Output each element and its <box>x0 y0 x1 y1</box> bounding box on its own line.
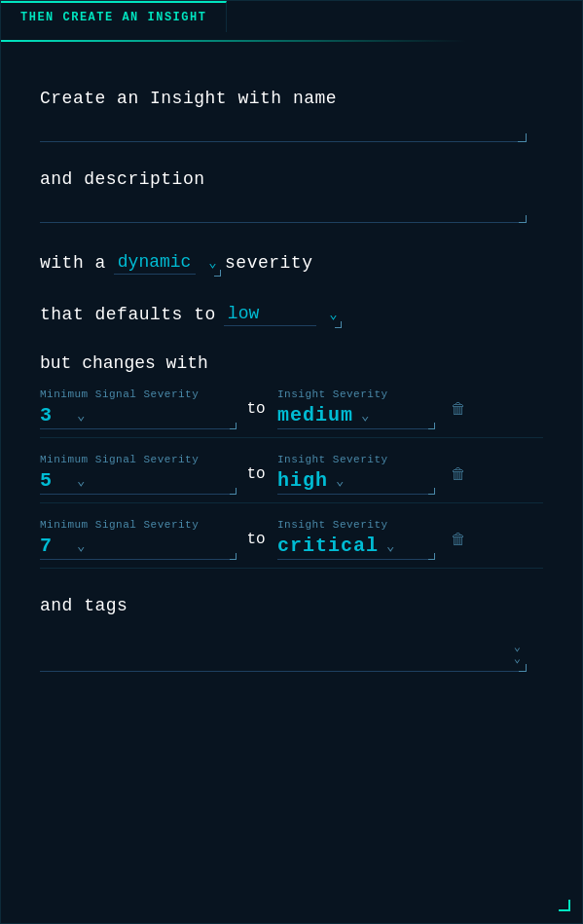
delete-row-1[interactable]: 🗑 <box>451 400 466 419</box>
severity-type-row: with a dynamic static ⌄ severity <box>40 250 543 275</box>
delete-row-2[interactable]: 🗑 <box>451 465 466 484</box>
name-input-wrapper <box>40 116 527 142</box>
insight-chevron-3[interactable]: ⌄ <box>386 537 394 554</box>
main-panel: THEN CREATE AN INSIGHT Create an Insight… <box>0 0 583 924</box>
min-signal-value-2: 5 <box>40 469 69 492</box>
name-input[interactable] <box>40 116 527 142</box>
defaults-section: that defaults to low medium high critica… <box>40 302 543 326</box>
min-signal-label-2: Minimum Signal Severity <box>40 454 235 465</box>
changes-label: but changes with <box>40 353 543 373</box>
insight-label-2: Insight Severity <box>277 454 433 465</box>
to-text-1: to <box>244 400 268 418</box>
tab-label: THEN CREATE AN INSIGHT <box>20 11 206 24</box>
min-signal-col-1: Minimum Signal Severity 3 ⌄ <box>40 388 235 429</box>
min-signal-value-wrapper-3: 7 ⌄ <box>40 535 235 560</box>
severity-row: Minimum Signal Severity 3 ⌄ to Insight S… <box>40 388 543 438</box>
min-signal-value-wrapper-2: 5 ⌄ <box>40 469 235 495</box>
tags-expand-icon[interactable]: ⌄⌄ <box>514 642 521 665</box>
min-signal-col-3: Minimum Signal Severity 7 ⌄ <box>40 519 235 560</box>
insight-value-1: medium <box>277 404 353 426</box>
description-input[interactable] <box>40 197 527 223</box>
to-text-2: to <box>244 465 268 483</box>
min-signal-chevron-3[interactable]: ⌄ <box>77 537 85 554</box>
severity-rows-container: Minimum Signal Severity 3 ⌄ to Insight S… <box>40 388 543 569</box>
min-signal-label-1: Minimum Signal Severity <box>40 388 235 400</box>
min-signal-col-2: Minimum Signal Severity 5 ⌄ <box>40 454 235 495</box>
defaults-dropdown-wrapper: low medium high critical ⌄ <box>224 302 338 326</box>
severity-row: Minimum Signal Severity 7 ⌄ to Insight S… <box>40 519 543 569</box>
severity-row: Minimum Signal Severity 5 ⌄ to Insight S… <box>40 454 543 503</box>
defaults-row: that defaults to low medium high critica… <box>40 302 543 326</box>
insight-value-wrapper-1: medium ⌄ <box>277 404 433 429</box>
min-signal-value-1: 3 <box>40 404 69 426</box>
min-signal-value-3: 7 <box>40 535 69 557</box>
insight-chevron-2[interactable]: ⌄ <box>336 472 344 489</box>
insight-label-3: Insight Severity <box>277 519 433 531</box>
description-section: and description <box>40 169 543 223</box>
insight-value-2: high <box>277 469 328 492</box>
insight-label-1: Insight Severity <box>277 388 433 400</box>
bottom-corner-decoration <box>559 900 570 911</box>
min-signal-value-wrapper-1: 3 ⌄ <box>40 404 235 429</box>
tab-header: THEN CREATE AN INSIGHT <box>1 1 227 32</box>
description-label: and description <box>40 169 543 189</box>
insight-col-2: Insight Severity high ⌄ <box>277 454 433 495</box>
top-line-decoration <box>1 40 582 42</box>
tags-label: and tags <box>40 596 543 615</box>
insight-value-wrapper-2: high ⌄ <box>277 469 433 495</box>
min-signal-label-3: Minimum Signal Severity <box>40 519 235 531</box>
insight-col-1: Insight Severity medium ⌄ <box>277 388 433 429</box>
changes-section: but changes with Minimum Signal Severity… <box>40 353 543 569</box>
severity-type-section: with a dynamic static ⌄ severity <box>40 250 543 275</box>
insight-value-wrapper-3: critical ⌄ <box>277 535 433 560</box>
delete-row-3[interactable]: 🗑 <box>451 531 466 549</box>
name-section: Create an Insight with name <box>40 89 543 142</box>
min-signal-chevron-1[interactable]: ⌄ <box>77 407 85 424</box>
tags-section: and tags ⌄⌄ <box>40 596 543 672</box>
to-text-3: to <box>244 531 268 548</box>
defaults-dropdown[interactable]: low medium high critical <box>224 302 316 326</box>
name-label: Create an Insight with name <box>40 89 543 108</box>
severity-type-dropdown-wrapper: dynamic static ⌄ <box>114 250 217 275</box>
min-signal-chevron-2[interactable]: ⌄ <box>77 472 85 489</box>
insight-chevron-1[interactable]: ⌄ <box>361 407 369 424</box>
insight-value-3: critical <box>277 535 379 557</box>
severity-type-dropdown[interactable]: dynamic static <box>114 250 196 275</box>
form-content: Create an Insight with name and descript… <box>1 59 582 923</box>
insight-col-3: Insight Severity critical ⌄ <box>277 519 433 560</box>
